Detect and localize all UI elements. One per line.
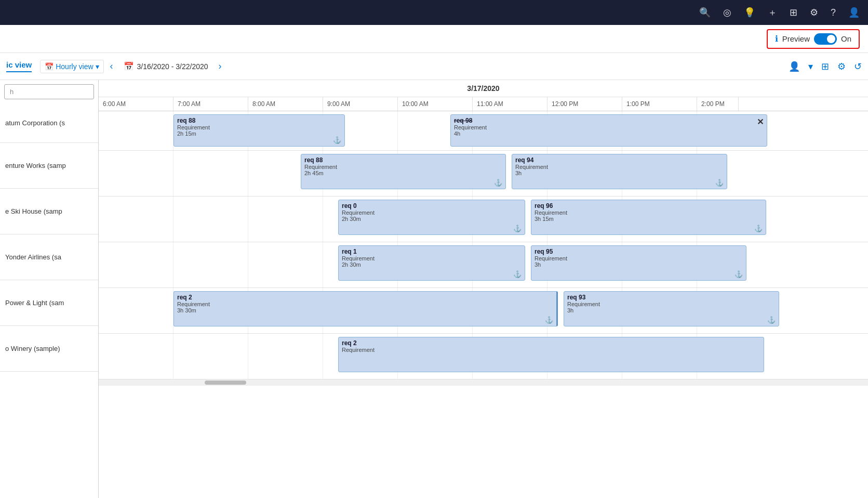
appt-anchor-icon: ⚓ [494,179,502,187]
grid-col-3-1 [173,242,248,287]
appt-dur: 3h 15m [535,216,763,222]
date-range[interactable]: 📅 3/16/2020 - 3/22/2020 [119,59,212,73]
appointment-req94-row1[interactable]: req 94 Requirement 3h ⚓ [512,154,727,189]
scrollbar-area[interactable] [99,379,868,386]
grid-col-5-0 [99,334,173,379]
close-icon[interactable]: ✕ [757,117,764,127]
grid-col-0-0 [99,111,173,150]
filter-icon[interactable]: ⊞ [790,7,797,18]
user-icon[interactable]: 👤 [848,7,860,18]
sidebar: atum Corporation (s enture Works (samp e… [0,80,99,498]
grid-settings-icon[interactable]: ⚙ [837,61,846,72]
time-8am: 8:00 AM [248,97,323,111]
appt-dur: 2h 30m [342,216,522,222]
appt-anchor-icon: ⚓ [545,316,553,324]
appt-dur: 2h 30m [342,261,522,268]
appointment-req88-row0[interactable]: req 88 Requirement 2h 15m ⚓ [173,114,345,147]
appt-anchor-icon: ⚓ [767,316,776,324]
prev-arrow-button[interactable]: ‹ [108,59,115,74]
time-9am: 9:00 AM [323,97,398,111]
appointment-req0-row2[interactable]: req 0 Requirement 2h 30m ⚓ [338,200,525,235]
grid-col-3-0 [99,242,173,287]
search-input[interactable] [4,84,94,99]
settings-icon[interactable]: ⚙ [810,7,818,18]
appt-title: req 93 [567,294,776,301]
appt-title: req 0 [342,202,522,209]
help-icon[interactable]: ? [831,7,836,18]
sidebar-row-5: o Winery (sample) [0,326,98,372]
appointment-req98-row0[interactable]: req 98 Requirement 4h ✕ [450,114,767,147]
appt-anchor-icon: ⚓ [333,136,341,144]
appointment-req1-row3[interactable]: req 1 Requirement 2h 30m ⚓ [338,245,525,281]
time-7am: 7:00 AM [173,97,248,111]
appt-title: req 94 [515,156,724,164]
appt-sub: Requirement [567,301,776,307]
appt-anchor-icon: ⚓ [735,270,743,278]
preview-bar: ℹ Preview On [0,25,868,53]
calendar-icon: 📅 [45,62,54,71]
appt-anchor-icon: ⚓ [754,225,763,232]
grid-col-2-2 [248,196,323,242]
appt-dur: 2h 15m [177,130,341,137]
scrollbar-thumb[interactable] [205,381,246,385]
resource-dropdown-icon[interactable]: ▾ [808,61,813,72]
appointment-req93-row4[interactable]: req 93 Requirement 3h ⚓ [564,291,779,326]
sidebar-row-2: e Ski House (samp [0,189,98,234]
grid-row-2: req 0 Requirement 2h 30m ⚓ req 96 Requir… [99,196,868,242]
appt-anchor-icon: ⚓ [715,179,724,187]
appt-sub: Requirement [342,347,760,353]
toolbar-tab-label[interactable]: ic view [6,60,32,72]
toggle-on-label: On [841,34,851,43]
appt-title: req 88 [304,156,502,164]
appt-dur: 3h [535,261,743,268]
appointment-req96-row2[interactable]: req 96 Requirement 3h 15m ⚓ [531,200,766,235]
top-navigation: 🔍 ◎ 💡 ＋ ⊞ ⚙ ? 👤 [0,0,868,25]
check-circle-icon[interactable]: ◎ [723,7,731,18]
grid-col-2-0 [99,196,173,242]
appt-sub: Requirement [177,124,341,130]
lightbulb-icon[interactable]: 💡 [744,7,755,18]
preview-label: Preview [782,34,810,43]
refresh-icon[interactable]: ↺ [854,61,862,72]
date-calendar-icon: 📅 [124,61,134,71]
appointment-req2-row4[interactable]: req 2 Requirement 3h 30m ⚓ [173,291,558,326]
grid-row-0: req 88 Requirement 2h 15m ⚓ req 98 Requi… [99,111,868,151]
appt-title: req 88 [177,117,341,124]
resource-icon[interactable]: 👤 [789,61,800,72]
grid-col-5-1 [173,334,248,379]
hourly-view-button[interactable]: 📅 Hourly view ▾ [40,60,103,73]
sidebar-rows: atum Corporation (s enture Works (samp e… [0,103,98,498]
calendar-area: 3/17/2020 6:00 AM 7:00 AM 8:00 AM 9:00 A… [99,80,868,498]
toolbar-right-actions: 👤 ▾ ⊞ ⚙ ↺ [789,61,862,72]
toolbar: ic view 📅 Hourly view ▾ ‹ 📅 3/16/2020 - … [0,53,868,80]
appt-title: req 98 [454,117,764,124]
appointment-req2-row5[interactable]: req 2 Requirement [338,337,764,372]
appointment-req95-row3[interactable]: req 95 Requirement 3h ⚓ [531,245,746,281]
appt-title: req 2 [177,294,553,301]
appt-anchor-icon: ⚓ [513,270,522,278]
appt-dur: 3h 30m [177,307,553,313]
appt-title: req 1 [342,248,522,255]
view-toggle-icon[interactable]: ⊞ [821,61,829,72]
appt-dur: 4h [454,130,764,137]
sidebar-row-4: Power & Light (sam [0,280,98,326]
preview-toggle[interactable] [814,33,837,45]
appt-dur: 2h 45m [304,170,502,176]
grid-row-3: req 1 Requirement 2h 30m ⚓ req 95 Requir… [99,242,868,288]
search-icon[interactable]: 🔍 [699,7,711,18]
appt-sub: Requirement [342,209,522,216]
appt-sub: Requirement [454,124,764,130]
grid-row-5: req 2 Requirement [99,334,868,379]
preview-toggle-box: ℹ Preview On [767,29,860,49]
time-header-row: 6:00 AM 7:00 AM 8:00 AM 9:00 AM 10:00 AM… [99,97,868,111]
grid-body: req 88 Requirement 2h 15m ⚓ req 98 Requi… [99,111,868,379]
appt-title: req 96 [535,202,763,209]
appt-sub: Requirement [535,255,743,261]
dropdown-arrow-icon: ▾ [96,62,99,71]
time-2pm: 2:00 PM [697,97,739,111]
appointment-req88-row1[interactable]: req 88 Requirement 2h 45m ⚓ [301,154,506,189]
grid-col-4-0 [99,288,173,333]
next-arrow-button[interactable]: › [217,59,224,74]
plus-icon[interactable]: ＋ [768,6,777,19]
appt-dur: 3h [515,170,724,176]
